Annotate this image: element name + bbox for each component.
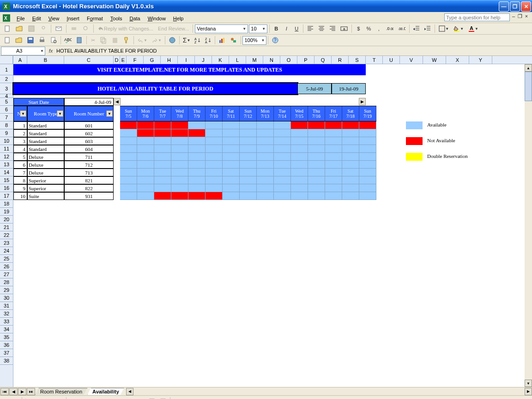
italic-button[interactable]: I [282, 24, 291, 33]
row-header-1[interactable]: 1 [0, 64, 13, 75]
row-header-22[interactable]: 22 [0, 231, 13, 239]
avail-602-7/6[interactable] [137, 129, 154, 137]
avail-713-7/15[interactable] [291, 169, 308, 176]
avail-712-7/5[interactable] [120, 161, 137, 169]
avail-821-7/16[interactable] [308, 176, 325, 184]
col-header-M[interactable]: M [246, 56, 263, 64]
print-preview-button[interactable] [48, 36, 59, 45]
avail-822-7/10[interactable] [206, 184, 223, 192]
fx-button[interactable]: fx [47, 48, 54, 54]
chart-wizard-button[interactable] [217, 36, 228, 45]
menu-window[interactable]: Window [144, 14, 169, 23]
minimize-button[interactable]: — [499, 1, 509, 12]
help-button[interactable]: ? [270, 36, 281, 45]
copy-button[interactable] [98, 36, 109, 45]
avail-601-7/19[interactable] [359, 121, 376, 129]
avail-604-7/7[interactable] [154, 145, 171, 153]
avail-604-7/5[interactable] [120, 145, 137, 153]
textbox-button[interactable]: A [113, 397, 123, 399]
avail-712-7/6[interactable] [137, 161, 154, 169]
avail-822-7/9[interactable] [188, 184, 206, 192]
row-header-36[interactable]: 36 [0, 341, 13, 349]
mail-button[interactable] [53, 24, 64, 33]
avail-931-7/11[interactable] [223, 192, 240, 200]
row-header-15[interactable]: 15 [0, 176, 13, 184]
avail-603-7/11[interactable] [223, 137, 240, 145]
avail-602-7/17[interactable] [325, 129, 342, 137]
col-header-H[interactable]: H [161, 56, 178, 64]
row-header-23[interactable]: 23 [0, 239, 13, 247]
row-header-16[interactable]: 16 [0, 184, 13, 192]
clipart-button[interactable] [147, 397, 157, 399]
dash-style-button[interactable] [227, 397, 237, 399]
save-button[interactable] [26, 24, 37, 33]
permission-button[interactable] [38, 24, 49, 33]
row-header-12[interactable]: 12 [0, 153, 13, 161]
row-header-27[interactable]: 27 [0, 271, 13, 278]
row-header-5[interactable]: 5 [0, 98, 13, 106]
scroll-down-button[interactable]: ▼ [525, 380, 532, 387]
col-header-B[interactable]: B [27, 56, 64, 64]
mdi-close-button[interactable]: × [524, 13, 529, 19]
room-num-601[interactable]: 601 [64, 121, 114, 129]
menu-file[interactable]: File [13, 14, 29, 23]
avail-601-7/7[interactable] [154, 121, 171, 129]
line-style-button[interactable] [216, 397, 226, 399]
room-no-822[interactable]: 9 [13, 184, 27, 192]
avail-604-7/12[interactable] [240, 145, 257, 153]
avail-712-7/9[interactable] [188, 161, 206, 169]
avail-822-7/11[interactable] [223, 184, 240, 192]
avail-711-7/7[interactable] [154, 153, 171, 161]
col-header-S[interactable]: S [349, 56, 366, 64]
avail-602-7/13[interactable] [257, 129, 274, 137]
picture-button[interactable] [158, 397, 168, 399]
avail-604-7/6[interactable] [137, 145, 154, 153]
avail-602-7/10[interactable] [206, 129, 223, 137]
avail-711-7/16[interactable] [308, 153, 325, 161]
row-header-28[interactable]: 28 [0, 278, 13, 286]
avail-711-7/13[interactable] [257, 153, 274, 161]
avail-604-7/11[interactable] [223, 145, 240, 153]
col-header-D[interactable]: D [114, 56, 120, 64]
avail-604-7/16[interactable] [308, 145, 325, 153]
avail-603-7/18[interactable] [342, 137, 359, 145]
room-type-711[interactable]: Deluxe [27, 153, 64, 161]
avail-713-7/8[interactable] [171, 169, 188, 176]
avail-601-7/11[interactable] [223, 121, 240, 129]
col-header-E[interactable]: E [120, 56, 127, 64]
avail-713-7/11[interactable] [223, 169, 240, 176]
row-header-21[interactable]: 21 [0, 224, 13, 231]
avail-821-7/15[interactable] [291, 176, 308, 184]
sort-asc-button[interactable]: AZ [193, 36, 203, 45]
room-type-602[interactable]: Standard [27, 129, 64, 137]
horizontal-scrollbar[interactable]: ◀ ▶ [126, 388, 532, 395]
avail-822-7/12[interactable] [240, 184, 257, 192]
avail-931-7/15[interactable] [291, 192, 308, 200]
avail-604-7/13[interactable] [257, 145, 274, 153]
avail-603-7/7[interactable] [154, 137, 171, 145]
menu-help[interactable]: Help [169, 14, 187, 23]
col-header-I[interactable]: I [178, 56, 195, 64]
col-header-X[interactable]: X [446, 56, 469, 64]
avail-603-7/12[interactable] [240, 137, 257, 145]
row-header-37[interactable]: 37 [0, 349, 13, 357]
avail-712-7/12[interactable] [240, 161, 257, 169]
avail-602-7/12[interactable] [240, 129, 257, 137]
font-selector[interactable]: Verdana▼ [195, 24, 248, 33]
avail-821-7/17[interactable] [325, 176, 342, 184]
room-no-602[interactable]: 2 [13, 129, 27, 137]
avail-712-7/8[interactable] [171, 161, 188, 169]
room-no-711[interactable]: 5 [13, 153, 27, 161]
avail-604-7/10[interactable] [206, 145, 223, 153]
row-header-34[interactable]: 34 [0, 326, 13, 333]
avail-713-7/9[interactable] [188, 169, 206, 176]
align-center-button[interactable] [316, 24, 326, 33]
avail-604-7/15[interactable] [291, 145, 308, 153]
avail-712-7/7[interactable] [154, 161, 171, 169]
avail-711-7/8[interactable] [171, 153, 188, 161]
drawing-button[interactable] [228, 36, 239, 45]
comma-button[interactable]: , [374, 24, 383, 33]
avail-604-7/9[interactable] [188, 145, 206, 153]
avail-601-7/17[interactable] [325, 121, 342, 129]
shadow-button[interactable] [249, 397, 260, 399]
